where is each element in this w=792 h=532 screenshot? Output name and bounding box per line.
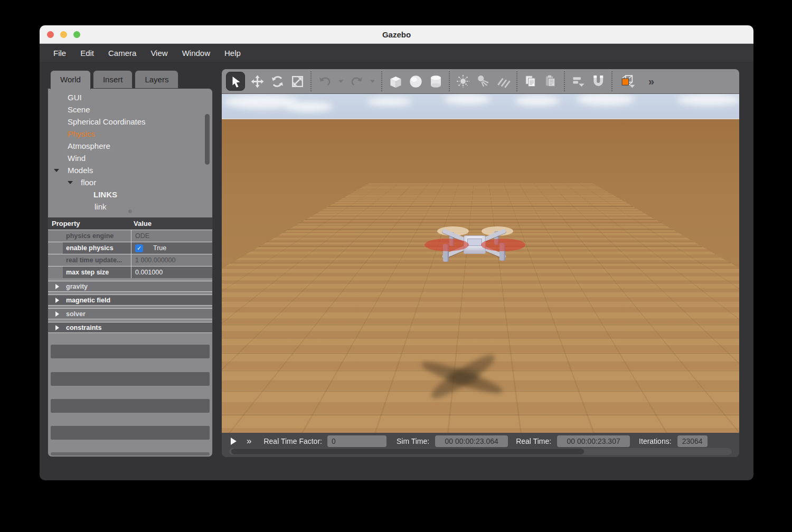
group-gravity[interactable]: gravity [48,281,212,292]
checkbox-enable-physics[interactable]: ✓ [135,244,143,252]
paste-button[interactable] [541,71,561,92]
status-bar: » Real Time Factor: 0 Sim Time: 00 00:00… [222,433,739,457]
sidebar-panel: GUI Scene Spherical Coordinates Physics … [48,88,213,457]
select-tool[interactable] [226,72,245,91]
menu-bar: File Edit Camera View Window Help [40,44,753,62]
tab-world[interactable]: World [50,70,91,89]
empty-row [51,372,210,386]
insert-sphere-button[interactable] [406,71,426,92]
tree-item-gui[interactable]: GUI [48,91,212,103]
directional-light-button[interactable] [493,71,513,92]
table-row[interactable]: real time update... 1 000.000000 [48,254,212,266]
redo-history-button[interactable] [366,71,378,92]
paste-icon [543,74,558,89]
real-time-field: 00 00:00:23.307 [557,435,630,447]
sidebar-tabs: World Insert Layers [50,70,178,89]
expand-icon[interactable] [55,284,59,289]
property-name: real time update... [63,254,131,266]
toolbar-separator [449,71,450,91]
horizontal-scrollbar[interactable] [229,448,732,455]
toolbar-separator [516,71,517,91]
3d-viewport[interactable] [222,94,739,433]
tree-item-scene[interactable]: Scene [48,103,212,116]
sphere-icon [408,74,423,89]
iterations-label: Iterations: [639,437,671,445]
sim-time-field: 00 00:00:23.064 [435,435,508,447]
tab-layers[interactable]: Layers [135,70,178,88]
empty-row [51,399,210,413]
tree-item-spherical-coordinates[interactable]: Spherical Coordinates [48,116,212,128]
time-panel-expand-button[interactable]: » [247,436,251,446]
insert-box-button[interactable] [385,71,406,92]
toolbar-overflow-button[interactable]: » [648,75,654,88]
table-row[interactable]: enable physics ✓ True [48,242,212,254]
view-cube-icon [619,73,637,89]
table-row[interactable]: physics engine ODE [48,230,212,242]
tree-item-atmosphere[interactable]: Atmosphere [48,140,212,152]
chevron-down-icon [370,79,375,83]
group-solver[interactable]: solver [48,308,212,319]
tree-scrollbar[interactable] [205,114,210,165]
redo-button[interactable] [346,71,366,92]
menu-help[interactable]: Help [224,49,241,58]
rotate-tool[interactable] [267,71,287,92]
world-tree: GUI Scene Spherical Coordinates Physics … [48,91,212,213]
collapse-arrow-icon[interactable] [68,181,73,184]
gazebo-window: Gazebo File Edit Camera View Window Help… [40,25,753,480]
property-name: physics engine [63,230,131,242]
splitter-handle[interactable] [128,210,132,213]
expand-icon[interactable] [55,298,59,303]
magnet-icon [590,73,606,89]
expand-icon[interactable] [55,325,59,330]
table-row[interactable]: max step size 0.001000 [48,266,212,278]
empty-row [51,452,210,455]
tree-item-floor[interactable]: floor [48,176,212,188]
menu-view[interactable]: View [150,49,167,58]
tree-item-links[interactable]: LINKS [48,188,212,201]
group-magnetic-field[interactable]: magnetic field [48,294,212,306]
align-button[interactable] [568,71,588,92]
property-value: ✓ True [131,242,212,254]
rotor-disc [481,239,525,251]
drone-model[interactable] [436,223,515,266]
spot-light-button[interactable] [473,71,493,92]
copy-button[interactable] [521,71,541,92]
view-angle-button[interactable] [616,71,641,92]
menu-file[interactable]: File [53,49,66,58]
property-name: max step size [63,267,131,278]
tree-item-models[interactable]: Models [48,164,212,176]
align-icon [571,74,586,89]
expand-icon[interactable] [55,311,59,317]
point-light-button[interactable] [453,71,473,92]
translate-tool[interactable] [247,71,267,92]
scrollbar-handle[interactable] [231,449,584,454]
insert-cylinder-button[interactable] [426,71,446,92]
checkbox-label: True [153,244,166,252]
collapse-arrow-icon[interactable] [54,169,59,172]
copy-icon [523,74,538,89]
undo-button[interactable] [315,71,335,92]
scale-tool[interactable] [287,71,307,92]
menu-camera[interactable]: Camera [108,49,136,58]
menu-edit[interactable]: Edit [80,49,94,58]
menu-window[interactable]: Window [182,49,210,58]
group-constraints[interactable]: constraints [48,322,212,333]
rotate-icon [270,74,285,89]
snap-button[interactable] [588,71,608,92]
play-button[interactable] [231,438,237,445]
chevron-down-icon [338,79,344,83]
header-property: Property [48,220,131,227]
property-name: enable physics [63,242,131,254]
tree-item-physics[interactable]: Physics [48,128,212,140]
real-time-factor-label: Real Time Factor: [263,437,322,445]
undo-icon [318,74,332,89]
sky [222,94,739,119]
tab-insert[interactable]: Insert [93,70,133,88]
tree-item-wind[interactable]: Wind [48,152,212,164]
cylinder-icon [428,74,444,89]
undo-history-button[interactable] [335,71,346,92]
directional-light-icon [496,74,511,89]
property-value: ODE [131,230,212,242]
toolbar-separator [611,71,612,91]
title-bar: Gazebo [40,25,753,44]
